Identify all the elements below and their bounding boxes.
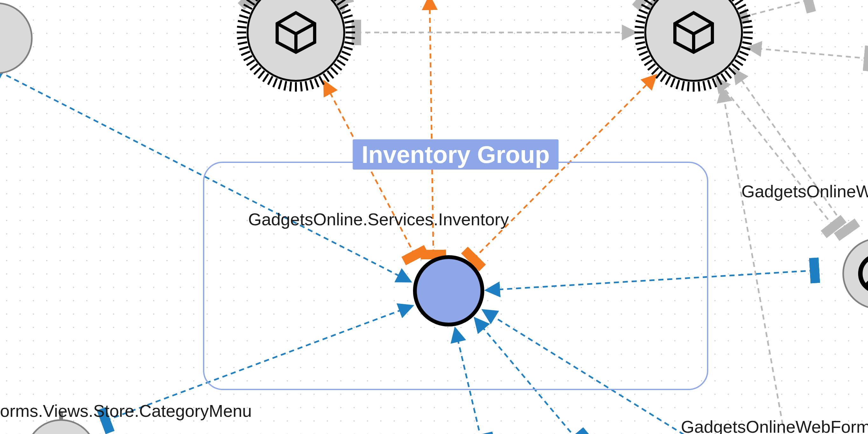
svg-line-133 — [741, 15, 750, 18]
svg-line-95 — [656, 71, 662, 78]
svg-line-87 — [699, 82, 700, 91]
diagram-canvas[interactable]: Inventory Group GadgetsOnline.Services.I… — [0, 0, 868, 434]
svg-line-30 — [247, 60, 254, 66]
svg-line-81 — [725, 71, 731, 78]
svg-line-18 — [306, 81, 307, 90]
svg-line-111 — [648, 0, 655, 1]
svg-line-13 — [328, 71, 334, 78]
svg-line-82 — [721, 74, 727, 82]
svg-line-21 — [290, 82, 291, 91]
svg-line-66 — [345, 21, 354, 23]
svg-line-25 — [268, 76, 272, 85]
svg-line-84 — [713, 78, 716, 87]
svg-line-38 — [238, 21, 247, 23]
svg-line-26 — [263, 74, 269, 82]
svg-line-39 — [239, 15, 248, 18]
svg-line-101 — [637, 47, 646, 50]
svg-line-90 — [682, 81, 684, 90]
edge — [748, 48, 868, 59]
null-right-bot-label: GadgetsOnlineWebForms._D — [681, 417, 868, 434]
svg-line-5 — [345, 37, 355, 38]
svg-line-129 — [732, 0, 740, 1]
svg-line-17 — [310, 80, 313, 89]
center-node-label: GadgetsOnline.Services.Inventory — [248, 209, 509, 229]
svg-line-22 — [284, 81, 286, 90]
svg-line-40 — [241, 10, 250, 13]
svg-line-32 — [241, 52, 250, 55]
svg-line-103 — [635, 37, 644, 38]
svg-line-85 — [708, 80, 711, 89]
svg-line-131 — [738, 4, 746, 9]
edge — [487, 271, 814, 290]
center-node[interactable] — [415, 257, 483, 324]
svg-line-98 — [644, 60, 652, 66]
svg-line-15 — [319, 76, 324, 85]
svg-line-35 — [237, 37, 247, 38]
svg-line-130 — [735, 0, 743, 5]
edges-blue — [0, 71, 814, 434]
svg-line-27 — [258, 71, 265, 78]
null-left-label: orms.Views.Store.CategoryMenu — [0, 401, 252, 421]
edge — [475, 319, 577, 434]
svg-line-96 — [652, 67, 658, 74]
svg-line-100 — [639, 52, 648, 55]
svg-line-6 — [345, 42, 354, 44]
edge — [455, 329, 481, 434]
svg-line-19 — [301, 82, 302, 91]
svg-line-63 — [340, 4, 348, 9]
box-node-left[interactable] — [237, 0, 355, 92]
svg-line-99 — [642, 56, 650, 60]
svg-line-94 — [661, 74, 666, 82]
edge — [734, 70, 847, 230]
null-node-right-top[interactable] — [843, 230, 868, 309]
null-right-top-label: GadgetsOnlineWebFor — [741, 181, 868, 201]
svg-line-9 — [340, 56, 348, 60]
svg-line-31 — [244, 56, 252, 60]
svg-line-91 — [677, 80, 679, 89]
svg-line-97 — [648, 64, 655, 70]
edge — [484, 311, 745, 434]
svg-line-73 — [743, 37, 752, 38]
edge — [722, 89, 786, 434]
svg-line-10 — [337, 60, 345, 66]
svg-line-24 — [273, 78, 277, 87]
svg-line-79 — [732, 64, 740, 70]
svg-line-80 — [728, 67, 735, 74]
svg-line-28 — [254, 67, 260, 74]
svg-line-16 — [315, 78, 318, 87]
svg-line-109 — [642, 4, 650, 9]
svg-line-65 — [343, 15, 352, 18]
svg-point-144 — [843, 239, 868, 309]
svg-line-29 — [250, 64, 257, 70]
svg-line-67 — [345, 27, 355, 28]
svg-line-110 — [644, 0, 652, 5]
svg-line-89 — [688, 82, 689, 91]
svg-line-33 — [239, 47, 248, 50]
group-title[interactable]: Inventory Group — [352, 140, 558, 169]
svg-line-92 — [671, 78, 675, 87]
svg-line-12 — [331, 67, 338, 74]
svg-line-108 — [639, 10, 648, 13]
svg-line-34 — [238, 42, 247, 44]
svg-line-132 — [740, 10, 748, 13]
svg-line-74 — [742, 42, 751, 44]
svg-line-86 — [703, 81, 705, 90]
svg-line-23 — [279, 80, 282, 89]
svg-line-76 — [740, 52, 748, 55]
svg-line-41 — [244, 4, 252, 9]
svg-line-14 — [323, 74, 329, 82]
svg-line-106 — [636, 21, 645, 23]
svg-line-93 — [665, 76, 670, 85]
svg-line-77 — [738, 56, 746, 60]
svg-line-8 — [342, 52, 351, 55]
svg-point-3 — [415, 257, 483, 324]
svg-line-102 — [636, 42, 645, 44]
svg-line-11 — [334, 64, 342, 70]
svg-line-7 — [343, 47, 352, 50]
svg-line-107 — [637, 15, 646, 18]
svg-line-135 — [743, 27, 752, 28]
svg-line-78 — [735, 60, 743, 66]
partial-node — [0, 3, 32, 73]
svg-line-134 — [742, 21, 751, 23]
svg-line-105 — [635, 27, 644, 28]
